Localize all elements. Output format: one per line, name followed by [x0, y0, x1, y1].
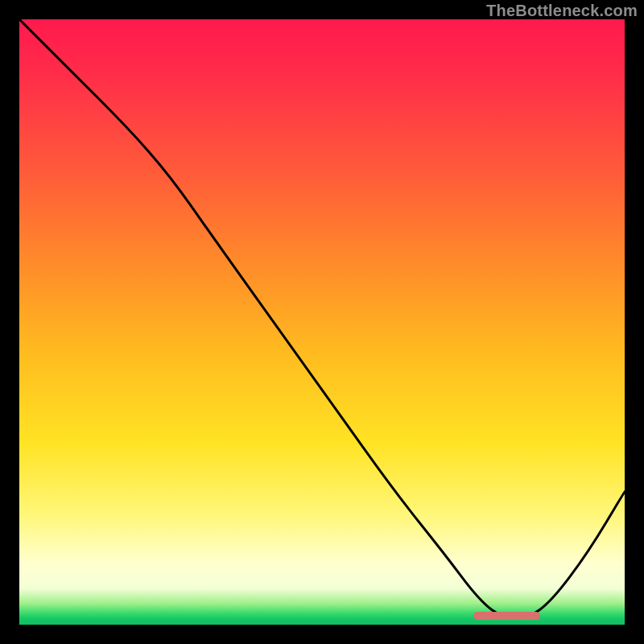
optimal-marker — [473, 612, 540, 620]
watermark-text: TheBottleneck.com — [486, 2, 638, 20]
plot-area — [19, 19, 625, 625]
curve-svg — [19, 19, 625, 625]
curve-path — [19, 19, 625, 619]
chart-container: TheBottleneck.com — [0, 0, 644, 644]
